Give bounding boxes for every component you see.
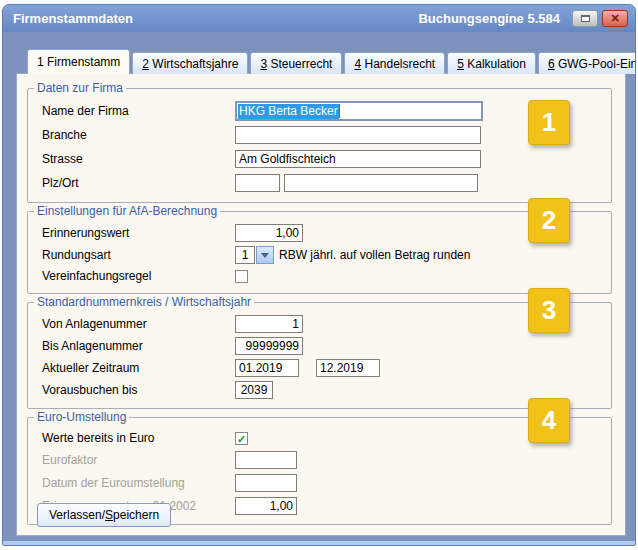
group-legend: Standardnummernkreis / Wirtschaftsjahr (34, 295, 254, 309)
form-row: Rundungsart RBW jährl. auf vollen Betrag… (42, 244, 611, 266)
from-asset-number-label: Von Anlagenummer (42, 317, 235, 331)
memo-value-label: Erinnerungswert (42, 226, 235, 240)
simplification-rule-label: Vereinfachungsregel (42, 269, 235, 283)
form-row: Vorausbuchen bis (42, 379, 611, 401)
prebook-until-field[interactable] (235, 381, 273, 399)
tab-strip: 1 Firmenstamm 2 Wirtschaftsjahre 3 Steue… (27, 51, 636, 74)
period-end-field[interactable] (316, 359, 380, 377)
zip-field[interactable] (235, 174, 280, 192)
form-row: Werte bereits in Euro ✓ (42, 428, 611, 448)
selected-text: HKG Berta Becker (238, 104, 339, 119)
app-window: Firmenstammdaten Buchungsengine 5.584 ✕ … (2, 4, 636, 546)
period-start-field[interactable] (235, 359, 299, 377)
to-asset-number-field[interactable] (235, 337, 303, 355)
tab-steuerrecht[interactable]: 3 Steuerrecht (250, 52, 342, 74)
from-asset-number-field[interactable] (235, 315, 303, 333)
values-in-euro-checkbox[interactable]: ✓ (235, 432, 248, 445)
step-badge-1: 1 (528, 100, 570, 145)
branch-field[interactable] (235, 126, 481, 144)
branch-label: Branche (42, 128, 235, 142)
euro-factor-label: Eurofaktor (42, 453, 235, 467)
rounding-type-description: RBW jährl. auf vollen Betrag runden (279, 248, 470, 262)
form-row: Vereinfachungsregel (42, 266, 611, 286)
tab-wirtschaftsjahre[interactable]: 2 Wirtschaftsjahre (132, 52, 248, 74)
tab-kalkulation[interactable]: 5 Kalkulation (447, 52, 536, 74)
city-field[interactable] (284, 174, 478, 192)
close-icon: ✕ (610, 13, 619, 24)
rounding-type-dropdown-button[interactable] (256, 246, 274, 264)
memo-value-field[interactable] (235, 224, 303, 242)
group-daten-zur-firma: Daten zur Firma Name der Firma HKG Berta… (27, 88, 612, 203)
form-row: Aktueller Zeitraum (42, 357, 611, 379)
prebook-until-label: Vorausbuchen bis (42, 383, 235, 397)
window-bottom-edge (3, 541, 635, 545)
app-version: Buchungsengine 5.584 (418, 11, 560, 26)
tab-handelsrecht[interactable]: 4 Handelsrecht (344, 52, 445, 74)
screen: Firmenstammdaten Buchungsengine 5.584 ✕ … (0, 0, 638, 550)
form-row: Datum der Euroumstellung (42, 471, 611, 494)
form-row: Von Anlagenummer (42, 313, 611, 335)
current-period-label: Aktueller Zeitraum (42, 361, 235, 375)
form-row: Strasse (42, 147, 611, 171)
form-row: Erinnerungswert (42, 222, 611, 244)
form-row: Plz/Ort (42, 171, 611, 195)
street-field[interactable] (235, 150, 481, 168)
zip-city-label: Plz/Ort (42, 176, 235, 190)
text-caret (339, 104, 340, 118)
group-legend: Einstellungen für AfA-Berechnung (34, 204, 220, 218)
group-legend: Euro-Umstellung (34, 410, 129, 424)
rounding-type-label: Rundungsart (42, 248, 235, 262)
euro-conversion-date-field[interactable] (235, 474, 297, 492)
form-row: Eurofaktor (42, 448, 611, 471)
restore-button[interactable] (572, 10, 598, 27)
tab-gwg-pool-einstellungen[interactable]: 6 GWG-Pool-Einstellungen (538, 52, 636, 74)
company-name-field[interactable]: HKG Berta Becker (235, 101, 483, 121)
group-legend: Daten zur Firma (34, 81, 126, 95)
form-row: Name der Firma HKG Berta Becker (42, 99, 611, 123)
step-badge-2: 2 (528, 198, 570, 243)
step-badge-3: 3 (528, 288, 570, 333)
euro-factor-field[interactable] (235, 451, 297, 469)
simplification-rule-checkbox[interactable] (235, 270, 248, 283)
memo-value-before-2002-field[interactable] (235, 497, 297, 515)
tab-firmenstamm[interactable]: 1 Firmenstamm (27, 49, 130, 74)
group-nummernkreis-wirtschaftsjahr: Standardnummernkreis / Wirtschaftsjahr V… (27, 302, 612, 409)
step-badge-4: 4 (528, 398, 570, 443)
to-asset-number-label: Bis Anlagenummer (42, 339, 235, 353)
euro-conversion-date-label: Datum der Euroumstellung (42, 476, 235, 490)
form-row: Branche (42, 123, 611, 147)
chevron-down-icon (261, 253, 269, 258)
values-in-euro-label: Werte bereits in Euro (42, 431, 235, 445)
window-title: Firmenstammdaten (13, 11, 418, 26)
street-label: Strasse (42, 152, 235, 166)
title-bar: Firmenstammdaten Buchungsengine 5.584 ✕ (3, 5, 635, 32)
close-button[interactable]: ✕ (602, 10, 628, 27)
leave-save-button[interactable]: Verlassen/Speichern (37, 503, 171, 527)
form-row: Bis Anlagenummer (42, 335, 611, 357)
company-name-label: Name der Firma (42, 104, 235, 118)
group-afa-berechnung: Einstellungen für AfA-Berechnung Erinner… (27, 211, 612, 294)
rounding-type-field[interactable] (235, 246, 255, 264)
restore-icon (581, 15, 590, 22)
